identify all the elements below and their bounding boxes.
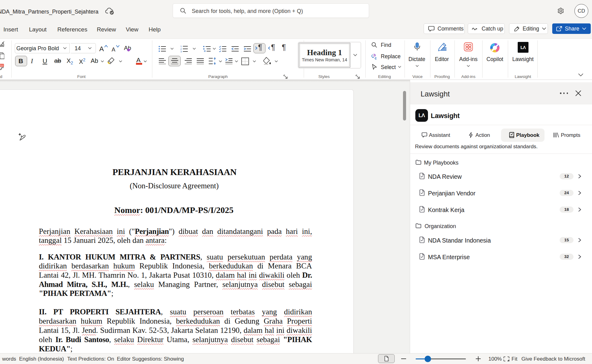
svg-text:3: 3 bbox=[180, 50, 182, 52]
